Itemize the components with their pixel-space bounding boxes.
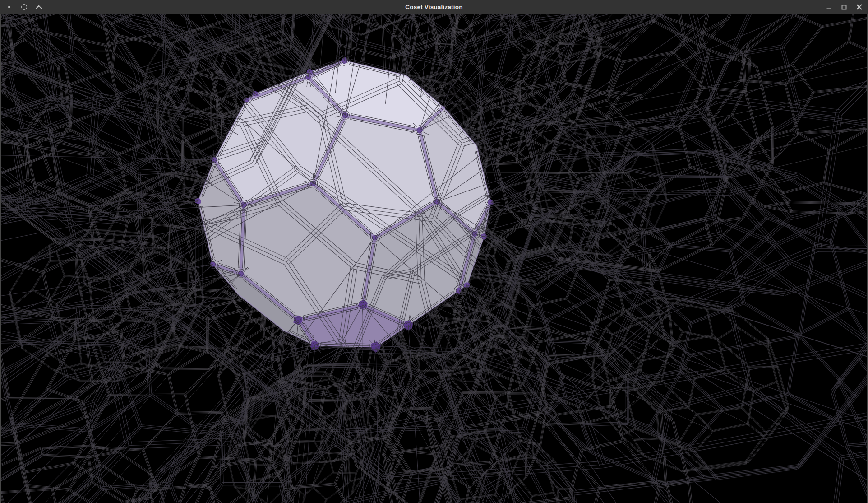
minimize-button[interactable] (825, 2, 834, 13)
chevron-up-icon[interactable] (34, 2, 43, 13)
app-window: Coset Visualization (0, 0, 868, 503)
titlebar-left-icons (0, 2, 43, 13)
window-title: Coset Visualization (0, 0, 868, 14)
titlebar: Coset Visualization (0, 0, 868, 14)
circle-icon[interactable] (19, 2, 28, 13)
coset-visualization-canvas[interactable] (1, 14, 867, 503)
window-controls (825, 2, 868, 13)
dot-icon[interactable] (5, 2, 14, 13)
viewport-frame (0, 14, 868, 503)
maximize-button[interactable] (840, 2, 849, 13)
close-button[interactable] (854, 2, 863, 13)
